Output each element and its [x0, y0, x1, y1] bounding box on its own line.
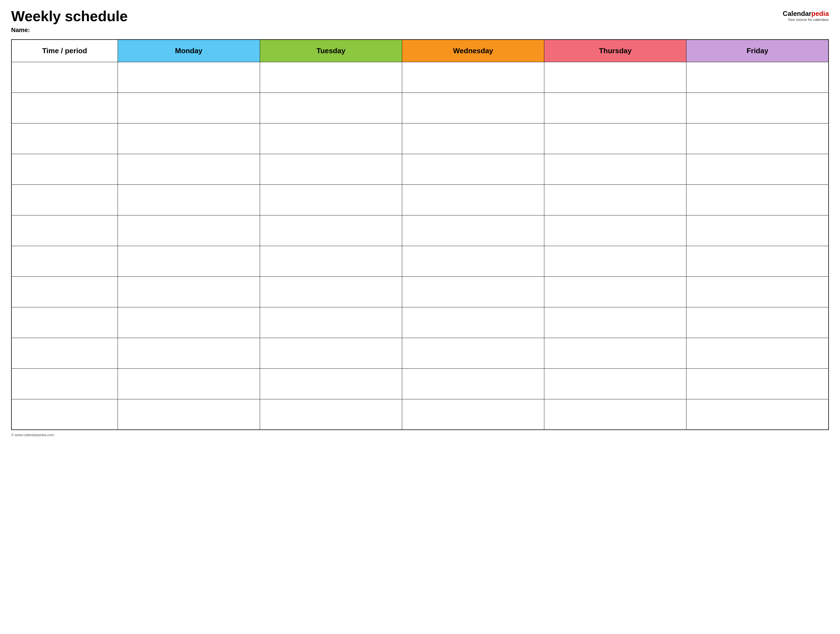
cell-row3-col5[interactable]	[687, 154, 829, 185]
cell-row7-col1[interactable]	[118, 276, 260, 307]
table-row	[11, 307, 829, 338]
cell-row2-col2[interactable]	[260, 123, 402, 154]
cell-row10-col4[interactable]	[544, 368, 687, 399]
cell-row1-col0[interactable]	[11, 93, 118, 123]
cell-row5-col4[interactable]	[544, 215, 687, 246]
cell-row7-col4[interactable]	[544, 276, 687, 307]
cell-row10-col1[interactable]	[118, 368, 260, 399]
table-row	[11, 399, 829, 430]
cell-row4-col4[interactable]	[544, 185, 687, 215]
name-label: Name:	[11, 27, 128, 34]
cell-row11-col4[interactable]	[544, 399, 687, 430]
cell-row9-col4[interactable]	[544, 338, 687, 368]
cell-row8-col0[interactable]	[11, 307, 118, 338]
table-row	[11, 368, 829, 399]
cell-row9-col5[interactable]	[687, 338, 829, 368]
cell-row10-col0[interactable]	[11, 368, 118, 399]
cell-row6-col0[interactable]	[11, 246, 118, 276]
footer: © www.calendarpedia.com	[11, 433, 829, 437]
cell-row8-col3[interactable]	[402, 307, 544, 338]
cell-row2-col3[interactable]	[402, 123, 544, 154]
cell-row6-col3[interactable]	[402, 246, 544, 276]
cell-row0-col3[interactable]	[402, 62, 544, 93]
table-row	[11, 276, 829, 307]
table-row	[11, 154, 829, 185]
cell-row4-col3[interactable]	[402, 185, 544, 215]
cell-row3-col0[interactable]	[11, 154, 118, 185]
cell-row4-col2[interactable]	[260, 185, 402, 215]
cell-row2-col5[interactable]	[687, 123, 829, 154]
cell-row11-col5[interactable]	[687, 399, 829, 430]
cell-row10-col3[interactable]	[402, 368, 544, 399]
cell-row3-col1[interactable]	[118, 154, 260, 185]
cell-row4-col1[interactable]	[118, 185, 260, 215]
col-header-tuesday: Tuesday	[260, 39, 402, 62]
copyright-text: © www.calendarpedia.com	[11, 433, 54, 437]
cell-row5-col0[interactable]	[11, 215, 118, 246]
cell-row0-col4[interactable]	[544, 62, 687, 93]
schedule-body	[11, 62, 829, 430]
cell-row8-col2[interactable]	[260, 307, 402, 338]
cell-row2-col4[interactable]	[544, 123, 687, 154]
cell-row7-col0[interactable]	[11, 276, 118, 307]
cell-row6-col4[interactable]	[544, 246, 687, 276]
logo-text: Calendarpedia	[783, 10, 829, 17]
cell-row2-col0[interactable]	[11, 123, 118, 154]
cell-row0-col0[interactable]	[11, 62, 118, 93]
cell-row6-col1[interactable]	[118, 246, 260, 276]
cell-row11-col3[interactable]	[402, 399, 544, 430]
cell-row11-col1[interactable]	[118, 399, 260, 430]
cell-row6-col2[interactable]	[260, 246, 402, 276]
cell-row11-col2[interactable]	[260, 399, 402, 430]
cell-row9-col2[interactable]	[260, 338, 402, 368]
cell-row4-col0[interactable]	[11, 185, 118, 215]
cell-row5-col5[interactable]	[687, 215, 829, 246]
col-header-time: Time / period	[11, 39, 118, 62]
cell-row1-col1[interactable]	[118, 93, 260, 123]
cell-row3-col4[interactable]	[544, 154, 687, 185]
title-area: Weekly schedule Name:	[11, 8, 128, 34]
cell-row10-col5[interactable]	[687, 368, 829, 399]
table-row	[11, 338, 829, 368]
cell-row6-col5[interactable]	[687, 246, 829, 276]
cell-row0-col1[interactable]	[118, 62, 260, 93]
cell-row0-col5[interactable]	[687, 62, 829, 93]
cell-row1-col4[interactable]	[544, 93, 687, 123]
cell-row9-col0[interactable]	[11, 338, 118, 368]
logo-accent: pedia	[811, 10, 829, 17]
table-row	[11, 246, 829, 276]
cell-row0-col2[interactable]	[260, 62, 402, 93]
cell-row8-col1[interactable]	[118, 307, 260, 338]
cell-row7-col5[interactable]	[687, 276, 829, 307]
cell-row9-col1[interactable]	[118, 338, 260, 368]
table-row	[11, 93, 829, 123]
table-header-row: Time / period Monday Tuesday Wednesday T…	[11, 39, 829, 62]
cell-row2-col1[interactable]	[118, 123, 260, 154]
cell-row7-col2[interactable]	[260, 276, 402, 307]
cell-row7-col3[interactable]	[402, 276, 544, 307]
logo-tagline: Your source for calendars	[788, 17, 829, 22]
cell-row1-col3[interactable]	[402, 93, 544, 123]
col-header-wednesday: Wednesday	[402, 39, 544, 62]
schedule-table: Time / period Monday Tuesday Wednesday T…	[11, 39, 829, 430]
cell-row3-col3[interactable]	[402, 154, 544, 185]
col-header-monday: Monday	[118, 39, 260, 62]
cell-row8-col4[interactable]	[544, 307, 687, 338]
table-row	[11, 123, 829, 154]
cell-row9-col3[interactable]	[402, 338, 544, 368]
cell-row5-col2[interactable]	[260, 215, 402, 246]
cell-row11-col0[interactable]	[11, 399, 118, 430]
header: Weekly schedule Name: Calendarpedia Your…	[11, 8, 829, 34]
cell-row1-col5[interactable]	[687, 93, 829, 123]
cell-row8-col5[interactable]	[687, 307, 829, 338]
cell-row4-col5[interactable]	[687, 185, 829, 215]
col-header-thursday: Thursday	[544, 39, 687, 62]
cell-row3-col2[interactable]	[260, 154, 402, 185]
cell-row10-col2[interactable]	[260, 368, 402, 399]
cell-row5-col3[interactable]	[402, 215, 544, 246]
page-title: Weekly schedule	[11, 8, 128, 24]
cell-row5-col1[interactable]	[118, 215, 260, 246]
table-row	[11, 185, 829, 215]
cell-row1-col2[interactable]	[260, 93, 402, 123]
table-row	[11, 215, 829, 246]
